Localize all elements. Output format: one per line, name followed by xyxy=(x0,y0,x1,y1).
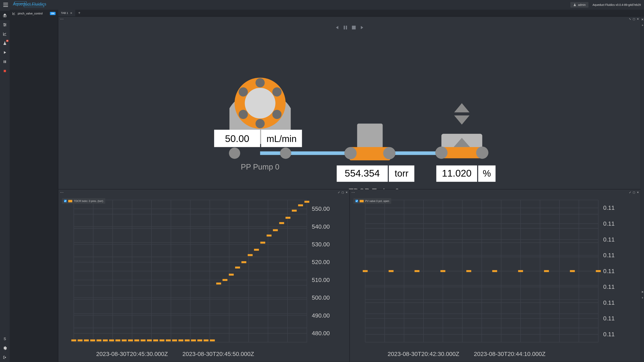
svg-point-22 xyxy=(239,87,248,96)
svg-text:11.020: 11.020 xyxy=(442,168,472,179)
transport-controls xyxy=(334,25,365,30)
svg-point-42 xyxy=(476,147,488,159)
rail-flask-button[interactable]: F xyxy=(0,39,10,48)
panel-menu-icon[interactable]: ⋯ xyxy=(352,190,356,194)
svg-rect-10 xyxy=(5,60,6,63)
svg-text:PP Pump 0: PP Pump 0 xyxy=(241,163,280,171)
panel-menu-icon[interactable]: ⋯ xyxy=(60,17,64,21)
tab-close-icon[interactable]: ✕ xyxy=(70,11,72,15)
svg-text:%: % xyxy=(483,168,491,179)
gutter-close-icon[interactable]: ✕ xyxy=(641,18,644,21)
status-badge: ON xyxy=(50,12,56,15)
svg-rect-170 xyxy=(363,270,368,272)
svg-point-33 xyxy=(383,147,396,159)
svg-rect-30 xyxy=(357,124,383,148)
chart-legend[interactable]: TDCR txdcr. 0 pres. (torr) xyxy=(62,198,105,204)
pinch-valve-device[interactable]: 11.020 % PV xyxy=(435,103,496,197)
transducer-device[interactable]: 554.354 torr TDCR Txdcr. 0 xyxy=(337,124,414,196)
panel-menu-icon[interactable]: ⋯ xyxy=(60,190,64,194)
svg-rect-100 xyxy=(147,340,152,342)
svg-text:480.00: 480.00 xyxy=(312,330,330,337)
rail-devices-button[interactable] xyxy=(0,11,10,20)
user-button[interactable]: admin xyxy=(570,2,588,8)
hamburger-icon[interactable] xyxy=(3,3,8,7)
svg-rect-13 xyxy=(346,26,347,29)
svg-rect-175 xyxy=(492,270,497,272)
rail-charts-button[interactable] xyxy=(0,29,10,39)
rail-sliders-button[interactable] xyxy=(0,20,10,29)
rail-play-button[interactable] xyxy=(0,48,10,57)
svg-text:0.11: 0.11 xyxy=(603,268,614,274)
step-back-icon[interactable] xyxy=(334,25,340,30)
svg-text:torr: torr xyxy=(395,168,408,179)
valve-chart[interactable]: 0.110.110.110.110.110.110.110.110.112023… xyxy=(350,195,641,362)
svg-text:0.11: 0.11 xyxy=(603,300,614,306)
script-row[interactable]: pinch_valve_control ON xyxy=(10,10,58,17)
gutter-add-icon[interactable]: ＋ xyxy=(641,23,644,27)
svg-text:0.11: 0.11 xyxy=(603,315,614,322)
svg-rect-179 xyxy=(596,270,600,272)
svg-text:0.11: 0.11 xyxy=(603,236,614,243)
script-name: pinch_valve_control xyxy=(18,12,48,15)
left-rail: F S xyxy=(0,10,10,362)
tab-1[interactable]: TAB 1 ✕ xyxy=(58,10,75,16)
tab-label: TAB 1 xyxy=(61,11,68,14)
svg-rect-172 xyxy=(414,270,419,272)
legend-checkbox[interactable] xyxy=(356,200,358,202)
panel-expand-icon[interactable]: ⤢ xyxy=(338,191,340,194)
panel-collapse-icon[interactable]: ⤡ xyxy=(629,17,631,20)
panel-maximize-icon[interactable]: ▢ xyxy=(633,191,635,194)
rail-pause-button[interactable] xyxy=(0,57,10,66)
svg-text:50.00: 50.00 xyxy=(225,133,249,144)
svg-rect-178 xyxy=(570,270,574,272)
svg-rect-119 xyxy=(267,235,272,237)
svg-rect-114 xyxy=(235,267,240,269)
svg-point-20 xyxy=(256,119,265,128)
legend-checkbox[interactable] xyxy=(64,200,66,202)
panel-close-icon[interactable]: ✕ xyxy=(637,191,639,194)
chart-panel-pressure: ⋯ ⤢ ▢ ✕ TDCR txdcr. 0 pres. (torr) 480.0… xyxy=(58,189,350,362)
svg-rect-95 xyxy=(116,340,120,342)
rail-logout-button[interactable] xyxy=(0,353,10,362)
legend-label: TDCR txdcr. 0 pres. (torr) xyxy=(74,200,103,203)
device-diagram: 50.00 mL/min PP Pump 0 554.354 xyxy=(58,21,640,211)
step-fwd-icon[interactable] xyxy=(360,25,365,30)
panel-close-icon[interactable]: ✕ xyxy=(637,17,639,20)
gutter-add-icon-2[interactable]: ＋ xyxy=(641,296,644,300)
gutter-close-icon-2[interactable]: ✕ xyxy=(641,290,644,294)
svg-rect-104 xyxy=(172,340,177,342)
rail-s-button[interactable]: S xyxy=(0,334,10,344)
svg-rect-40 xyxy=(444,147,480,158)
chart-icon xyxy=(12,12,16,15)
svg-rect-120 xyxy=(273,229,278,231)
stop-icon[interactable] xyxy=(351,25,356,30)
svg-rect-123 xyxy=(292,210,297,212)
svg-rect-116 xyxy=(248,254,252,256)
svg-rect-105 xyxy=(178,340,183,342)
svg-text:510.00: 510.00 xyxy=(312,277,330,283)
pause-icon[interactable] xyxy=(342,25,348,30)
svg-text:0.11: 0.11 xyxy=(603,284,614,290)
svg-rect-108 xyxy=(197,340,202,342)
svg-rect-106 xyxy=(185,340,190,342)
panel-maximize-icon[interactable]: ▢ xyxy=(342,191,344,194)
svg-text:0.11: 0.11 xyxy=(603,252,614,258)
svg-rect-99 xyxy=(141,340,146,342)
svg-text:2023-08-30T20:45:50.000Z: 2023-08-30T20:45:50.000Z xyxy=(182,351,254,357)
rail-settings-button[interactable] xyxy=(0,344,10,353)
rail-stop-button[interactable] xyxy=(0,66,10,76)
svg-point-4 xyxy=(574,4,575,5)
svg-rect-112 xyxy=(222,279,228,281)
svg-point-16 xyxy=(245,88,275,118)
pump-device[interactable]: 50.00 mL/min PP Pump 0 xyxy=(214,78,302,171)
tab-add-button[interactable]: + xyxy=(75,11,83,15)
version-label: Aqueduct Fluidics v0.0.4-89-g4d7eb29 xyxy=(592,3,641,6)
panel-close-icon[interactable]: ✕ xyxy=(346,191,348,194)
svg-text:2023-08-30T20:42:30.000Z: 2023-08-30T20:42:30.000Z xyxy=(388,351,459,357)
panel-expand-icon[interactable]: ⤢ xyxy=(629,191,631,194)
chart-legend[interactable]: PV valve 0 pct. open xyxy=(354,198,391,204)
svg-text:554.354: 554.354 xyxy=(345,168,380,179)
svg-text:0.11: 0.11 xyxy=(603,331,614,338)
panel-maximize-icon[interactable]: ▢ xyxy=(633,17,635,20)
pressure-chart[interactable]: 480.00490.00500.00510.00520.00530.00540.… xyxy=(58,195,349,362)
